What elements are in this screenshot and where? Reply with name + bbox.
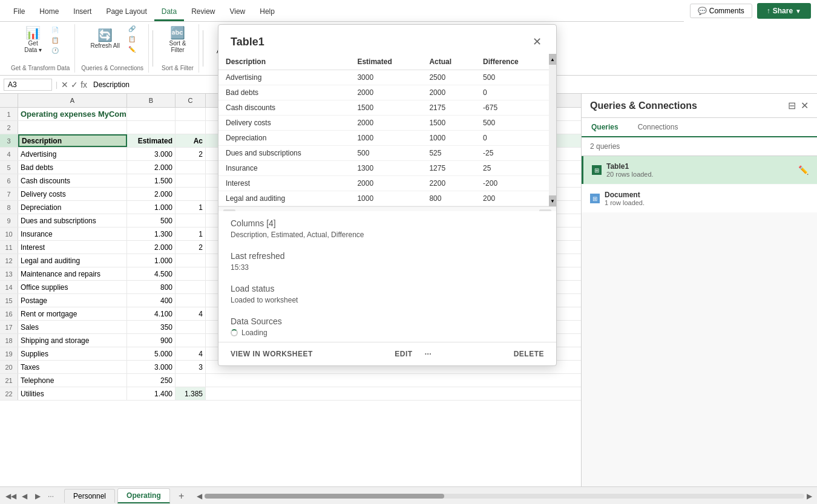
- cell-a6[interactable]: Cash discounts: [18, 174, 127, 187]
- cell-b8[interactable]: 1.000: [127, 201, 176, 214]
- hscroll-left-btn[interactable]: ◀: [223, 209, 235, 211]
- panel-close-icon[interactable]: ✕: [801, 100, 809, 111]
- cell-b7[interactable]: 2.000: [127, 188, 176, 200]
- cell-a8[interactable]: Depreciation: [18, 201, 127, 214]
- tab-file[interactable]: File: [6, 4, 32, 21]
- cell-c21[interactable]: [176, 374, 206, 387]
- cell-c20[interactable]: 3: [176, 361, 206, 373]
- cell-b18[interactable]: 900: [127, 334, 176, 347]
- confirm-formula-icon[interactable]: ✓: [71, 80, 78, 90]
- cell-c8[interactable]: 1: [176, 201, 206, 214]
- cell-a11[interactable]: Interest: [18, 241, 127, 254]
- sort-az-button[interactable]: 🔤 Sort &Filter: [165, 24, 191, 56]
- cell-a17[interactable]: Sales: [18, 321, 127, 333]
- panel-minimize-icon[interactable]: ⊟: [788, 100, 796, 111]
- cell-a7[interactable]: Delivery costs: [18, 188, 127, 200]
- cell-a12[interactable]: Legal and auditing: [18, 254, 127, 267]
- popup-hscrollbar[interactable]: ◀ ▶: [218, 206, 556, 211]
- cell-reference[interactable]: [4, 79, 52, 91]
- cell-c5[interactable]: [176, 161, 206, 174]
- cell-b14[interactable]: 800: [127, 281, 176, 293]
- cell-c22[interactable]: 1.385: [176, 387, 206, 400]
- cell-c14[interactable]: [176, 281, 206, 293]
- cell-a22[interactable]: Utilities: [18, 387, 127, 400]
- cell-b1[interactable]: [127, 108, 176, 120]
- hscroll-left-icon[interactable]: ◀: [197, 492, 202, 500]
- tab-review[interactable]: Review: [184, 4, 222, 21]
- cell-a2[interactable]: [18, 121, 127, 134]
- cell-b17[interactable]: 350: [127, 321, 176, 333]
- tab-insert[interactable]: Insert: [66, 4, 99, 21]
- cell-c16[interactable]: 4: [176, 307, 206, 320]
- cell-a5[interactable]: Bad debts: [18, 161, 127, 174]
- sheet-tab-personnel[interactable]: Personnel: [64, 489, 115, 503]
- cell-a3[interactable]: Description: [18, 134, 127, 147]
- get-data-button[interactable]: 📊 GetData ▾: [20, 24, 47, 56]
- delete-button[interactable]: DELETE: [514, 350, 544, 358]
- edit-button[interactable]: EDIT: [395, 350, 412, 358]
- popup-vscrollbar[interactable]: ▲ ▼: [549, 54, 556, 206]
- cell-a18[interactable]: Shipping and storage: [18, 334, 127, 347]
- cell-b6[interactable]: 1.500: [127, 174, 176, 187]
- cell-a1[interactable]: Operating expenses MyCompany: [18, 108, 127, 120]
- query-item-table1[interactable]: ⊞ Table1 20 rows loaded. ✏️: [582, 156, 817, 184]
- cell-c15[interactable]: [176, 294, 206, 307]
- cell-b3[interactable]: Estimated: [127, 134, 176, 147]
- cell-a9[interactable]: Dues and subscriptions: [18, 214, 127, 227]
- cell-b19[interactable]: 5.000: [127, 347, 176, 360]
- cell-c19[interactable]: 4: [176, 347, 206, 360]
- tab-page-layout[interactable]: Page Layout: [99, 4, 154, 21]
- cell-a14[interactable]: Office supplies: [18, 281, 127, 293]
- cell-b21[interactable]: 250: [127, 374, 176, 387]
- more-options-button[interactable]: ···: [425, 350, 432, 358]
- cell-a21[interactable]: Telephone: [18, 374, 127, 387]
- tab-home[interactable]: Home: [32, 4, 66, 21]
- cell-c11[interactable]: 2: [176, 241, 206, 254]
- vscroll-down-btn[interactable]: ▼: [549, 195, 556, 206]
- cell-b16[interactable]: 4.100: [127, 307, 176, 320]
- sheet-tab-operating[interactable]: Operating: [117, 488, 170, 503]
- comments-button[interactable]: 💬 Comments: [690, 4, 752, 18]
- cell-c12[interactable]: [176, 254, 206, 267]
- cell-b4[interactable]: 3.000: [127, 148, 176, 160]
- tab-connections[interactable]: Connections: [628, 118, 688, 136]
- cell-c1[interactable]: [176, 108, 206, 120]
- cell-b10[interactable]: 1.300: [127, 227, 176, 240]
- recent-sources-button[interactable]: 🕐: [49, 46, 61, 55]
- add-sheet-button[interactable]: +: [175, 489, 188, 503]
- cell-b20[interactable]: 3.000: [127, 361, 176, 373]
- cell-b22[interactable]: 1.400: [127, 387, 176, 400]
- cell-b2[interactable]: [127, 121, 176, 134]
- cell-c3[interactable]: Ac: [176, 134, 206, 147]
- new-query-button[interactable]: 📄: [49, 25, 61, 34]
- share-button[interactable]: ↑ Share ▼: [757, 3, 811, 19]
- tab-data[interactable]: Data: [154, 4, 184, 21]
- properties-button[interactable]: 📋: [126, 34, 138, 44]
- sheet-nav-first[interactable]: ◀◀: [5, 490, 17, 502]
- popup-close-button[interactable]: ✕: [530, 34, 544, 49]
- cell-c4[interactable]: 2: [176, 148, 206, 160]
- cell-b12[interactable]: 1.000: [127, 254, 176, 267]
- cell-a19[interactable]: Supplies: [18, 347, 127, 360]
- cell-a15[interactable]: Postage: [18, 294, 127, 307]
- new-source-button[interactable]: 📋: [49, 36, 61, 45]
- tab-help[interactable]: Help: [252, 4, 282, 21]
- cancel-formula-icon[interactable]: ✕: [61, 80, 68, 90]
- hscroll-right-icon[interactable]: ▶: [807, 492, 812, 500]
- cell-a13[interactable]: Maintenance and repairs: [18, 267, 127, 280]
- cell-c6[interactable]: [176, 174, 206, 187]
- query-edit-icon-table1[interactable]: ✏️: [798, 165, 809, 175]
- cell-c18[interactable]: [176, 334, 206, 347]
- cell-b9[interactable]: 500: [127, 214, 176, 227]
- view-in-worksheet-button[interactable]: VIEW IN WORKSHEET: [231, 350, 313, 358]
- cell-a20[interactable]: Taxes: [18, 361, 127, 373]
- sheet-nav-next[interactable]: ▶: [31, 490, 44, 502]
- cell-c9[interactable]: [176, 214, 206, 227]
- sheet-nav-prev[interactable]: ◀: [18, 490, 30, 502]
- vscroll-up-btn[interactable]: ▲: [549, 54, 556, 65]
- query-item-document[interactable]: ⊞ Document 1 row loaded.: [582, 185, 817, 212]
- cell-b15[interactable]: 400: [127, 294, 176, 307]
- cell-c2[interactable]: [176, 121, 206, 134]
- cell-a10[interactable]: Insurance: [18, 227, 127, 240]
- refresh-all-button[interactable]: 🔄 Refresh All: [87, 27, 123, 51]
